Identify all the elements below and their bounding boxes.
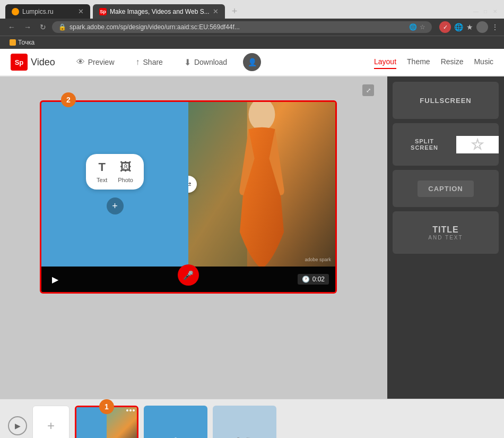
title-card-sub-label: AND TEXT [428,235,463,241]
download-button[interactable]: ⬇ Download [179,54,232,71]
expand-icon[interactable]: ⤢ [362,84,374,96]
spark-logo: Sp [11,54,28,71]
window-controls: — □ ✕ [472,8,499,15]
tab-lumpics-close[interactable]: ✕ [78,7,84,15]
address-icons: 🌐 ☆ [409,23,425,31]
tab-lumpics[interactable]: Lumpics.ru ✕ [5,4,90,19]
slide-credits[interactable]: Credits [213,406,276,438]
preview-label: Preview [88,58,115,66]
svg-rect-1 [188,102,247,267]
caption-layout-card[interactable]: CAPTION [393,170,499,207]
add-element-button[interactable]: + [107,197,124,214]
reload-button[interactable]: ↻ [37,22,49,32]
lock-icon: 🔒 [58,23,66,31]
app-header: Sp Video 👁 Preview ↑ Share ⬇ Download 👤 … [0,49,504,76]
share-button[interactable]: ↑ Share [131,54,168,70]
close-button[interactable]: ✕ [491,8,499,15]
slide-placeholder-2[interactable]: 2 [144,406,207,438]
bookmark-label: Точка [18,39,34,46]
tab-theme[interactable]: Theme [407,55,430,69]
forward-button[interactable]: → [21,22,34,32]
maximize-button[interactable]: □ [482,8,489,15]
tab-adobe-close[interactable]: ✕ [213,7,219,15]
text-option[interactable]: T Text [97,160,107,183]
split-screen-label: SPLITSCREEN [393,133,456,156]
app-title: Video [31,57,55,68]
photo-option[interactable]: 🖼 Photo [118,160,133,183]
slide-left-panel: T Text 🖼 Photo + [41,102,188,267]
dot-2 [129,409,132,411]
header-right-tabs: Layout Theme Resize Music [374,55,493,69]
download-icon: ⬇ [184,57,191,67]
bookmark-manager-icon[interactable]: ★ [466,23,473,31]
split-screen-star: ☆ [456,136,499,153]
timer-display: 🕐 0:02 [298,274,329,285]
thumb-options [126,409,135,411]
bookmarks-bar: Точка [0,36,504,49]
slide-controls: ▶ 🎤 🕐 0:02 [41,267,335,292]
nav-right-icons: ✓ 🌐 ★ ⋮ [439,21,499,33]
tab-music[interactable]: Music [474,55,493,69]
caption-inner: CAPTION [418,181,474,197]
layout-sidebar: FULLSCREEN SPLITSCREEN ☆ CAPTION TITLE A… [387,76,504,399]
fullscreen-label: FULLSCREEN [420,97,471,105]
clock-icon: 🕐 [302,276,310,283]
mic-button[interactable]: 🎤 [178,264,199,286]
navigation-bar: ← → ↻ 🔒 spark.adobe.com/sp/design/video/… [0,19,504,36]
tab-lumpics-label: Lumpics.ru [22,8,54,15]
menu-icon[interactable]: ⋮ [491,23,499,31]
photo-icon: 🖼 [120,160,132,174]
slide-editor: T Text 🖼 Photo + [40,100,337,294]
step-badge-2: 2 [61,92,76,107]
title-card-main-label: TITLE [432,225,458,235]
caption-label: CAPTION [428,185,463,193]
watermark: adobe spark [305,257,331,262]
add-content-bubble: T Text 🖼 Photo [86,154,144,190]
slide-content: T Text 🖼 Photo + [41,102,335,267]
shield-icon: 🌐 [409,23,417,31]
tab-adobe-label: Make Images, Videos and Web S... [110,8,210,15]
star-icon[interactable]: ☆ [420,23,425,31]
main-area: 2 ⤢ T Text 🖼 Photo [0,76,504,399]
title-bar: Lumpics.ru ✕ Sp Make Images, Videos and … [0,0,504,19]
account-icon[interactable]: ✓ [439,21,451,33]
address-bar[interactable]: 🔒 spark.adobe.com/sp/design/video/urn:aa… [52,21,432,33]
split-label-text: SPLITSCREEN [411,138,438,151]
dot-3 [133,409,135,411]
preview-button[interactable]: 👁 Preview [71,54,120,70]
adobe-favicon: Sp [99,8,107,15]
browser-chrome: Lumpics.ru ✕ Sp Make Images, Videos and … [0,0,504,49]
share-icon: ↑ [136,57,140,67]
tab-layout[interactable]: Layout [374,55,396,69]
preview-icon: 👁 [76,57,85,67]
back-button[interactable]: ← [5,22,18,32]
text-label: Text [97,177,107,183]
title-and-text-layout-card[interactable]: TITLE AND TEXT [393,211,499,254]
extension-icon[interactable]: 🌐 [454,23,463,31]
add-slide-button[interactable]: + [32,406,69,438]
canvas-area: 2 ⤢ T Text 🖼 Photo [0,76,387,399]
user-avatar-icon[interactable] [476,21,488,33]
photo-svg [188,102,335,267]
badge-1-value: 1 [105,402,109,411]
share-label: Share [143,58,163,66]
lumpics-favicon [12,8,19,15]
minimize-button[interactable]: — [472,8,480,15]
url-text: spark.adobe.com/sp/design/video/urn:aaid… [69,23,406,31]
slide-photo [188,102,335,267]
timeline-play-button[interactable]: ▶ [8,416,27,435]
slide-1-container: 1 1 [75,406,138,438]
tab-resize[interactable]: Resize [441,55,464,69]
slide-right-panel: adobe spark ⇄ [188,102,335,267]
header-actions: 👁 Preview ↑ Share ⬇ Download 👤 [71,53,261,71]
split-screen-layout-card[interactable]: SPLITSCREEN ☆ [393,123,499,166]
logo-area: Sp Video [11,54,55,71]
text-icon: T [98,160,105,174]
user-avatar-button[interactable]: 👤 [243,53,261,71]
fullscreen-layout-card[interactable]: FULLSCREEN [393,82,499,119]
bookmark-tochka[interactable]: Точка [5,38,39,47]
new-tab-button[interactable]: + [228,6,242,17]
play-button[interactable]: ▶ [48,272,63,287]
tab-adobe[interactable]: Sp Make Images, Videos and Web S... ✕ [93,4,225,19]
timer-value: 0:02 [312,276,325,283]
